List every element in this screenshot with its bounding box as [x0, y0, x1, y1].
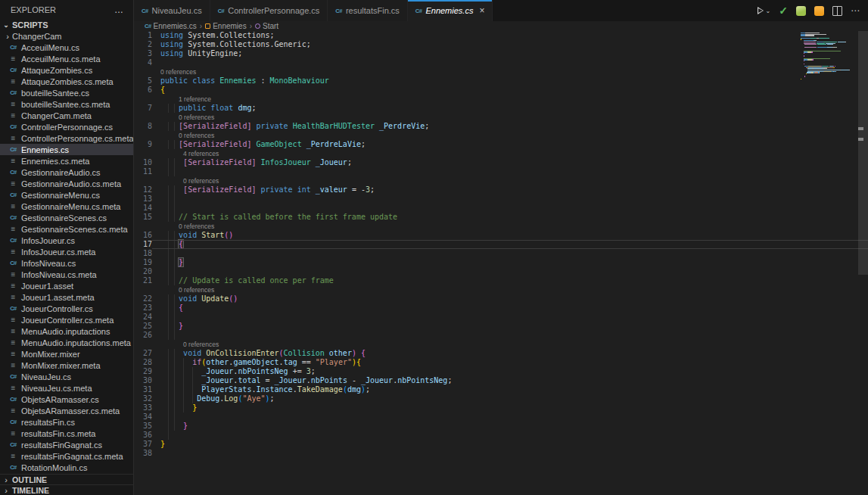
- breadcrumb-item-Ennemies[interactable]: Ennemies: [205, 22, 246, 30]
- sidebar-item-GestionnaireScenes.cs.meta[interactable]: ≡GestionnaireScenes.cs.meta: [0, 223, 133, 235]
- codelens-references[interactable]: 0 references: [134, 113, 868, 122]
- sidebar-item-GestionnaireAudio.cs[interactable]: C#GestionnaireAudio.cs: [0, 167, 133, 178]
- codelens-references[interactable]: 0 references: [134, 222, 868, 231]
- sidebar-item-MonMixer.mixer[interactable]: ≡MonMixer.mixer: [0, 348, 133, 360]
- sidebar-item-InfosJoueur.cs.meta[interactable]: ≡InfosJoueur.cs.meta: [0, 246, 133, 257]
- code-line-19[interactable]: 19 }: [134, 258, 868, 267]
- sidebar-item-Ennemies.cs[interactable]: C#Ennemies.cs: [0, 144, 133, 155]
- codelens-references[interactable]: 0 references: [134, 131, 868, 140]
- code-line-16[interactable]: 16 void Start(): [134, 231, 868, 240]
- sidebar-item-GestionnaireMenu.cs.meta[interactable]: ≡GestionnaireMenu.cs.meta: [0, 201, 133, 212]
- sidebar-item-ControllerPersonnage.cs.meta[interactable]: ≡ControllerPersonnage.cs.meta: [0, 132, 133, 144]
- codelens-references[interactable]: 0 references: [134, 67, 868, 76]
- code-line-7[interactable]: 7 public float dmg;: [134, 104, 868, 113]
- code-line-8[interactable]: 8 [SerializeField] private HealthBarHUDT…: [134, 122, 868, 131]
- sidebar-item-ControllerPersonnage.cs[interactable]: C#ControllerPersonnage.cs: [0, 121, 133, 132]
- sidebar-item-JoueurController.cs[interactable]: C#JoueurController.cs: [0, 303, 133, 314]
- code-line-23[interactable]: 23 {: [134, 304, 868, 313]
- tab-resultatsFin.cs[interactable]: C#resultatsFin.cs: [328, 0, 408, 21]
- sidebar-item-resultatsFinGagnat.cs[interactable]: C#resultatsFinGagnat.cs: [0, 439, 133, 450]
- sidebar-item-MonMixer.mixer.meta[interactable]: ≡MonMixer.mixer.meta: [0, 360, 133, 371]
- code-line-18[interactable]: 18: [134, 249, 868, 258]
- sidebar-item-bouteilleSantee.cs[interactable]: C#bouteilleSantee.cs: [0, 87, 133, 98]
- minimap[interactable]: [801, 33, 855, 81]
- code-line-24[interactable]: 24: [134, 313, 868, 322]
- sidebar-item-RotationMoulin.cs[interactable]: C#RotationMoulin.cs: [0, 462, 133, 473]
- tab-NiveauJeu.cs[interactable]: C#NiveauJeu.cs: [134, 0, 210, 21]
- code-line-6[interactable]: 6{: [134, 86, 868, 95]
- run-button[interactable]: ⌄: [758, 7, 771, 14]
- code-line-27[interactable]: 27 void OnCollisionEnter(Collision other…: [134, 349, 868, 358]
- breadcrumb-item-Ennemies.cs[interactable]: C#Ennemies.cs: [145, 22, 197, 30]
- sidebar-item-resultatsFinGagnat.cs.meta[interactable]: ≡resultatsFinGagnat.cs.meta: [0, 450, 133, 462]
- code-line-2[interactable]: 2using System.Collections.Generic;: [134, 40, 868, 49]
- sidebar-item-GestionnaireMenu.cs[interactable]: C#GestionnaireMenu.cs: [0, 189, 133, 201]
- code-line-17[interactable]: 17 {: [134, 240, 868, 249]
- sidebar-item-JoueurController.cs.meta[interactable]: ≡JoueurController.cs.meta: [0, 314, 133, 325]
- code-line-38[interactable]: 38: [134, 449, 868, 458]
- sidebar-item-MenuAudio.inputactions.meta[interactable]: ≡MenuAudio.inputactions.meta: [0, 337, 133, 348]
- codelens-references[interactable]: 0 references: [134, 340, 868, 349]
- code-line-29[interactable]: 29 _Joueur.nbPointsNeg += 3;: [134, 367, 868, 376]
- tab-ControllerPersonnage.cs[interactable]: C#ControllerPersonnage.cs: [210, 0, 328, 21]
- sidebar-item-GestionnaireScenes.cs[interactable]: C#GestionnaireScenes.cs: [0, 212, 133, 223]
- code-line-32[interactable]: 32 Debug.Log("Aye");: [134, 394, 868, 403]
- sidebar-item-resultatsFin.cs[interactable]: C#resultatsFin.cs: [0, 416, 133, 428]
- code-line-11[interactable]: 11: [134, 167, 868, 176]
- code-line-9[interactable]: 9 [SerializeField] GameObject _PerdreLaV…: [134, 140, 868, 149]
- code-line-20[interactable]: 20: [134, 267, 868, 276]
- sidebar-item-Joueur1.asset.meta[interactable]: ≡Joueur1.asset.meta: [0, 291, 133, 303]
- sidebar-item-GestionnaireAudio.cs.meta[interactable]: ≡GestionnaireAudio.cs.meta: [0, 178, 133, 189]
- sidebar-item-resultatsFin.cs.meta[interactable]: ≡resultatsFin.cs.meta: [0, 428, 133, 439]
- scrollbar-thumb[interactable]: [858, 31, 868, 275]
- sidebar-item-NiveauJeu.cs.meta[interactable]: ≡NiveauJeu.cs.meta: [0, 382, 133, 394]
- code-line-1[interactable]: 1using System.Collections;: [134, 31, 868, 40]
- code-line-33[interactable]: 33 }: [134, 403, 868, 412]
- sidebar-item-InfosNiveau.cs.meta[interactable]: ≡InfosNiveau.cs.meta: [0, 269, 133, 280]
- code-line-26[interactable]: 26: [134, 331, 868, 340]
- code-line-30[interactable]: 30 _Joueur.total = _Joueur.nbPoints - _J…: [134, 376, 868, 385]
- code-line-36[interactable]: 36: [134, 431, 868, 440]
- code-line-5[interactable]: 5public class Ennemies : MonoBehaviour: [134, 76, 868, 86]
- code-line-15[interactable]: 15 // Start is called before the first f…: [134, 213, 868, 222]
- code-line-35[interactable]: 35 }: [134, 422, 868, 431]
- sidebar-item-AttaqueZombies.cs[interactable]: C#AttaqueZombies.cs: [0, 64, 133, 76]
- green-extension-icon[interactable]: [796, 6, 806, 16]
- code-line-14[interactable]: 14: [134, 204, 868, 213]
- code-line-28[interactable]: 28 if(other.gameObject.tag == "Player"){: [134, 358, 868, 367]
- checkmark-icon[interactable]: ✓: [779, 5, 788, 17]
- sidebar-item-ObjetsARamasser.cs.meta[interactable]: ≡ObjetsARamasser.cs.meta: [0, 405, 133, 416]
- sidebar-item-Ennemies.cs.meta[interactable]: ≡Ennemies.cs.meta: [0, 155, 133, 167]
- code-line-21[interactable]: 21 // Update is called once per frame: [134, 276, 868, 285]
- code-editor[interactable]: 1using System.Collections;2using System.…: [134, 31, 868, 458]
- split-editor-icon[interactable]: [832, 6, 842, 16]
- scripts-section-header[interactable]: ⌄ SCRIPTS: [0, 20, 133, 30]
- sidebar-item-ChangerCam[interactable]: ›ChangerCam: [0, 30, 133, 42]
- sidebar-item-NiveauJeu.cs[interactable]: C#NiveauJeu.cs: [0, 371, 133, 382]
- codelens-references[interactable]: 0 references: [134, 285, 868, 294]
- timeline-section-header[interactable]: › TIMELINE: [0, 484, 133, 495]
- sidebar-item-ObjetsARamasser.cs[interactable]: C#ObjetsARamasser.cs: [0, 394, 133, 405]
- orange-extension-icon[interactable]: [814, 6, 824, 16]
- outline-section-header[interactable]: › OUTLINE: [0, 474, 133, 484]
- code-line-37[interactable]: 37}: [134, 440, 868, 449]
- code-line-10[interactable]: 10 [SerializeField] InfosJoueur _Joueur;: [134, 158, 868, 167]
- breadcrumb-item-Start[interactable]: Start: [255, 22, 278, 30]
- code-line-31[interactable]: 31 PlayerStats.Instance.TakeDamage(dmg);: [134, 385, 868, 394]
- codelens-references[interactable]: 4 references: [134, 149, 868, 158]
- codelens-references[interactable]: 0 references: [134, 176, 868, 185]
- sidebar-item-bouteilleSantee.cs.meta[interactable]: ≡bouteilleSantee.cs.meta: [0, 98, 133, 110]
- codelens-references[interactable]: 1 reference: [134, 95, 868, 104]
- more-actions-icon[interactable]: ⋯: [851, 5, 860, 16]
- code-line-25[interactable]: 25 }: [134, 322, 868, 331]
- sidebar-item-AttaqueZombies.cs.meta[interactable]: ≡AttaqueZombies.cs.meta: [0, 76, 133, 87]
- sidebar-item-MenuAudio.inputactions[interactable]: ≡MenuAudio.inputactions: [0, 325, 133, 337]
- code-line-4[interactable]: 4: [134, 58, 868, 67]
- sidebar-item-AcceuilMenu.cs[interactable]: C#AcceuilMenu.cs: [0, 42, 133, 53]
- sidebar-item-InfosNiveau.cs[interactable]: C#InfosNiveau.cs: [0, 257, 133, 269]
- tab-Ennemies.cs[interactable]: C#Ennemies.cs×: [408, 0, 493, 21]
- code-line-13[interactable]: 13: [134, 195, 868, 204]
- code-line-3[interactable]: 3using UnityEngine;: [134, 49, 868, 58]
- explorer-more-icon[interactable]: …: [114, 0, 124, 20]
- code-line-22[interactable]: 22 void Update(): [134, 294, 868, 304]
